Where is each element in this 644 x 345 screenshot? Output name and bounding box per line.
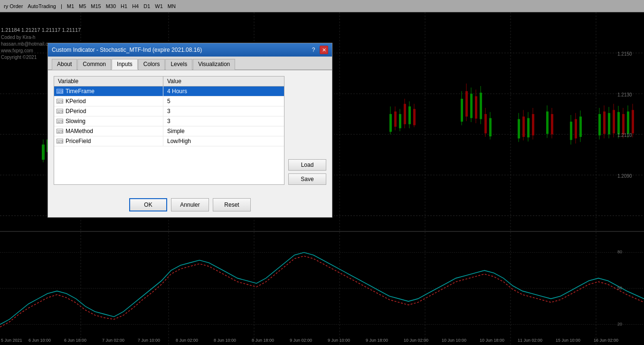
indicator-dialog: Custom Indicator - Stochastic_MTF-Ind (e… [47,43,332,218]
dialog-titlebar: Custom Indicator - Stochastic_MTF-Ind (e… [48,43,332,57]
row-val-dperiod: 3 [163,106,284,116]
row-val-timeframe: 4 Hours [163,86,284,96]
row-var-pricefield: PriceField [64,136,163,146]
tab-about[interactable]: About [52,59,77,70]
row-var-dperiod: DPeriod [64,106,163,116]
dialog-title: Custom Indicator - Stochastic_MTF-Ind (e… [52,47,309,53]
icon-inner: 123 [57,99,63,104]
dialog-help-button[interactable]: ? [309,46,318,54]
dialog-tabs: About Common Inputs Colors Levels Visual… [48,57,332,70]
icon-inner: 123 [57,139,63,144]
dialog-footer: OK Annuler Reset [48,194,332,217]
row-icon-slowing: 123 [54,119,64,124]
row-var-kperiod: KPeriod [64,96,163,106]
row-val-kperiod: 5 [163,96,284,106]
icon-inner: 123 [57,119,63,124]
row-val-slowing: 3 [163,116,284,126]
col-value-header: Value [163,77,284,86]
table-row-timeframe[interactable]: 123 TimeFrame 4 Hours [54,86,284,96]
row-var-mamethod: MAMethod [64,126,163,136]
save-button[interactable]: Save [288,173,326,185]
dialog-main-row: Variable Value 123 TimeFrame 4 Hours [54,76,326,189]
dialog-content: Variable Value 123 TimeFrame 4 Hours [48,70,332,194]
table-row-slowing[interactable]: 123 Slowing 3 [54,116,284,126]
row-var-timeframe: TimeFrame [64,86,163,96]
row-icon-dperiod: 123 [54,109,64,114]
icon-inner: 123 [57,129,63,134]
table-row-pricefield[interactable]: 123 PriceField Low/High [54,136,284,146]
tab-common[interactable]: Common [77,59,111,70]
variable-table: Variable Value 123 TimeFrame 4 Hours [54,76,284,185]
load-button[interactable]: Load [288,159,326,171]
table-body: 123 TimeFrame 4 Hours 123 KPeriod 5 [54,86,284,184]
row-icon-kperiod: 123 [54,99,64,104]
cancel-button[interactable]: Annuler [171,198,209,211]
row-icon-mamethod: 123 [54,129,64,134]
dialog-close-button[interactable]: ✕ [320,46,328,54]
tab-inputs[interactable]: Inputs [112,59,138,70]
table-row-dperiod[interactable]: 123 DPeriod 3 [54,106,284,116]
table-empty-space [54,146,284,184]
row-var-slowing: Slowing [64,116,163,126]
row-val-pricefield: Low/High [163,136,284,146]
ok-button[interactable]: OK [129,198,167,211]
row-icon-timeframe: 123 [54,89,64,94]
col-variable-header: Variable [54,77,163,86]
row-val-mamethod: Simple [163,126,284,136]
table-row-kperiod[interactable]: 123 KPeriod 5 [54,96,284,106]
tab-colors[interactable]: Colors [138,59,165,70]
row-icon-pricefield: 123 [54,139,64,144]
table-header: Variable Value [54,77,284,86]
table-section: Variable Value 123 TimeFrame 4 Hours [54,76,284,189]
load-save-buttons: Load Save [284,76,326,189]
icon-inner: 123 [57,89,63,94]
tab-levels[interactable]: Levels [165,59,192,70]
table-row-mamethod[interactable]: 123 MAMethod Simple [54,126,284,136]
icon-inner: 123 [57,109,63,114]
reset-button[interactable]: Reset [213,198,251,211]
tab-visualization[interactable]: Visualization [193,59,235,70]
